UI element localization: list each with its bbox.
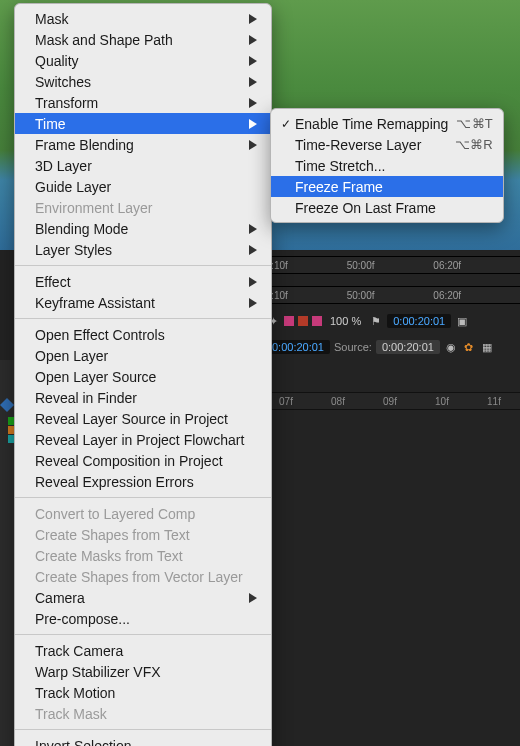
frame-ruler[interactable]: 07f 08f 09f 10f 11f xyxy=(260,392,520,410)
menu-reveal-layer-in-project-flowchart[interactable]: Reveal Layer in Project Flowchart xyxy=(15,429,271,450)
submenu-time-stretch[interactable]: Time Stretch... xyxy=(271,155,503,176)
overlay-icon[interactable]: ▦ xyxy=(480,340,494,354)
snapshot-icon[interactable]: ◉ xyxy=(444,340,458,354)
submenu-arrow-icon xyxy=(249,593,257,603)
menu-blending-mode[interactable]: Blending Mode xyxy=(15,218,271,239)
submenu-time-reverse-layer[interactable]: Time-Reverse Layer ⌥⌘R xyxy=(271,134,503,155)
label: Track Motion xyxy=(35,684,115,702)
menu-mask-shape-path[interactable]: Mask and Shape Path xyxy=(15,29,271,50)
menu-3d-layer[interactable]: 3D Layer xyxy=(15,155,271,176)
menu-frame-blending-label: Frame Blending xyxy=(35,136,134,154)
label: Reveal Composition in Project xyxy=(35,452,223,470)
label: Reveal Layer in Project Flowchart xyxy=(35,431,244,449)
submenu-enable-time-remapping[interactable]: ✓ Enable Time Remapping ⌥⌘T xyxy=(271,113,503,134)
label: Freeze On Last Frame xyxy=(295,199,493,217)
swatch-pink[interactable] xyxy=(284,316,294,326)
shortcut: ⌥⌘T xyxy=(456,115,493,133)
flag-icon[interactable]: ⚑ xyxy=(369,314,383,328)
color-mgmt-icon[interactable]: ✿ xyxy=(462,340,476,354)
ruler1-a: 33:10f xyxy=(260,260,347,271)
ruler1-c: 06:20f xyxy=(433,260,520,271)
swatch-magenta[interactable] xyxy=(312,316,322,326)
label: Create Shapes from Text xyxy=(35,526,190,544)
menu-layer-styles-label: Layer Styles xyxy=(35,241,112,259)
menu-create-shapes-from-text: Create Shapes from Text xyxy=(15,524,271,545)
menu-guide-layer-label: Guide Layer xyxy=(35,178,111,196)
label: Time-Reverse Layer xyxy=(295,136,455,154)
submenu-freeze-on-last-frame[interactable]: Freeze On Last Frame xyxy=(271,197,503,218)
menu-time-label: Time xyxy=(35,115,66,133)
menu-precompose[interactable]: Pre-compose... xyxy=(15,608,271,629)
label: Reveal in Finder xyxy=(35,389,137,407)
ruler2-b: 50:00f xyxy=(347,290,434,301)
label: Create Shapes from Vector Layer xyxy=(35,568,243,586)
submenu-arrow-icon xyxy=(249,56,257,66)
label: Invert Selection xyxy=(35,737,132,747)
menu-mask-shape-path-label: Mask and Shape Path xyxy=(35,31,173,49)
submenu-freeze-frame[interactable]: Freeze Frame xyxy=(271,176,503,197)
menu-separator xyxy=(15,265,271,266)
menu-reveal-expression-errors[interactable]: Reveal Expression Errors xyxy=(15,471,271,492)
menu-reveal-composition-in-project[interactable]: Reveal Composition in Project xyxy=(15,450,271,471)
menu-reveal-in-finder[interactable]: Reveal in Finder xyxy=(15,387,271,408)
menu-frame-blending[interactable]: Frame Blending xyxy=(15,134,271,155)
menu-keyframe-assistant[interactable]: Keyframe Assistant xyxy=(15,292,271,313)
source-info-row: 0:00:20:01 Source: 0:00:20:01 ◉ ✿ ▦ xyxy=(260,336,520,358)
submenu-arrow-icon xyxy=(249,224,257,234)
menu-transform[interactable]: Transform xyxy=(15,92,271,113)
menu-track-motion[interactable]: Track Motion xyxy=(15,682,271,703)
menu-effect[interactable]: Effect xyxy=(15,271,271,292)
checkmark-icon: ✓ xyxy=(279,115,293,133)
menu-open-layer[interactable]: Open Layer xyxy=(15,345,271,366)
menu-switches-label: Switches xyxy=(35,73,91,91)
menu-camera[interactable]: Camera xyxy=(15,587,271,608)
frame-b: 08f xyxy=(312,396,364,407)
menu-layer-styles[interactable]: Layer Styles xyxy=(15,239,271,260)
menu-guide-layer[interactable]: Guide Layer xyxy=(15,176,271,197)
submenu-arrow-icon xyxy=(249,35,257,45)
zoom-value[interactable]: 100 % xyxy=(330,315,361,327)
timecode-display-1[interactable]: 0:00:20:01 xyxy=(387,314,451,328)
menu-open-effect-controls[interactable]: Open Effect Controls xyxy=(15,324,271,345)
label: Enable Time Remapping xyxy=(295,115,456,133)
submenu-arrow-icon xyxy=(249,77,257,87)
menu-reveal-layer-source-in-project[interactable]: Reveal Layer Source in Project xyxy=(15,408,271,429)
menu-time[interactable]: Time xyxy=(15,113,271,134)
menu-track-mask: Track Mask xyxy=(15,703,271,724)
label: Pre-compose... xyxy=(35,610,130,628)
menu-environment-layer: Environment Layer xyxy=(15,197,271,218)
time-ruler-2[interactable]: 33:10f 50:00f 06:20f xyxy=(260,286,520,304)
menu-track-camera[interactable]: Track Camera xyxy=(15,640,271,661)
label: Convert to Layered Comp xyxy=(35,505,195,523)
label: Track Mask xyxy=(35,705,107,723)
menu-mask[interactable]: Mask xyxy=(15,8,271,29)
layer-context-menu: Mask Mask and Shape Path Quality Switche… xyxy=(14,3,272,746)
menu-3d-layer-label: 3D Layer xyxy=(35,157,92,175)
menu-mask-label: Mask xyxy=(35,10,68,28)
frame-e: 11f xyxy=(468,396,520,407)
submenu-arrow-icon xyxy=(249,245,257,255)
menu-quality[interactable]: Quality xyxy=(15,50,271,71)
menu-quality-label: Quality xyxy=(35,52,79,70)
menu-warp-stabilizer-vfx[interactable]: Warp Stabilizer VFX xyxy=(15,661,271,682)
menu-create-masks-from-text: Create Masks from Text xyxy=(15,545,271,566)
ruler1-b: 50:00f xyxy=(347,260,434,271)
frame-c: 09f xyxy=(364,396,416,407)
menu-effect-label: Effect xyxy=(35,273,71,291)
shortcut: ⌥⌘R xyxy=(455,136,493,154)
label: Open Effect Controls xyxy=(35,326,165,344)
menu-switches[interactable]: Switches xyxy=(15,71,271,92)
menu-invert-selection[interactable]: Invert Selection xyxy=(15,735,271,746)
source-timecode[interactable]: 0:00:20:01 xyxy=(376,340,440,354)
menu-open-layer-source[interactable]: Open Layer Source xyxy=(15,366,271,387)
submenu-arrow-icon xyxy=(249,298,257,308)
label: Open Layer Source xyxy=(35,368,156,386)
camera-icon[interactable]: ▣ xyxy=(455,314,469,328)
menu-keyframe-assistant-label: Keyframe Assistant xyxy=(35,294,155,312)
label: Open Layer xyxy=(35,347,108,365)
menu-separator xyxy=(15,318,271,319)
time-ruler-1[interactable]: 33:10f 50:00f 06:20f xyxy=(260,256,520,274)
timecode-display-2[interactable]: 0:00:20:01 xyxy=(266,340,330,354)
preview-info-row: ✦ 100 % ⚑ 0:00:20:01 ▣ xyxy=(260,310,520,332)
swatch-red[interactable] xyxy=(298,316,308,326)
